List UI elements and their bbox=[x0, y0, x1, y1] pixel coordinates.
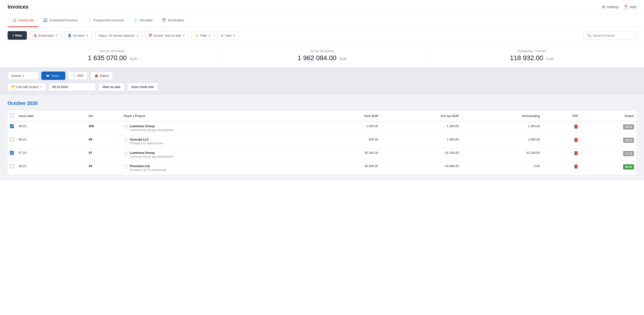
col-payer-project: Payer | Project bbox=[121, 111, 314, 121]
link-with-project-label: Link with project bbox=[16, 85, 38, 89]
help-icon: ❓ bbox=[623, 5, 628, 9]
invoice-type-select[interactable]: Invoice ▼ bbox=[8, 72, 38, 80]
toolbar: + New 🔖 Bookmarks ▼ 👤 All users ▼ Status… bbox=[0, 27, 644, 44]
pdf-download-icon[interactable]: 📕 bbox=[574, 138, 578, 142]
excl-tax-value: 1 635 070.00 EUR bbox=[8, 54, 217, 62]
row-pdf-icon-cell: 📕 bbox=[542, 148, 581, 161]
row-payer-project: 📄 Luminous Group Luminous Group app deve… bbox=[121, 148, 314, 161]
row-checkbox-0[interactable] bbox=[10, 124, 14, 128]
status-filter-button[interactable]: Status: All receipt statuses ▼ bbox=[95, 31, 142, 40]
tab-icon-reminders: ⏰ bbox=[162, 18, 166, 22]
help-label: Help bbox=[630, 5, 636, 9]
tab-label-invoice-list: Invoice list bbox=[18, 18, 34, 22]
excl-tax-currency: EUR bbox=[130, 57, 137, 61]
content-area: October 2020 Issue date No. Payer | Proj… bbox=[0, 95, 644, 180]
pdf-button[interactable]: 📄 PDF bbox=[68, 72, 88, 80]
row-checkbox-cell bbox=[8, 148, 16, 161]
payer-name: Luminous Group bbox=[130, 151, 173, 155]
table-row: 09.10 005 📄 Luminous Group Luminous Grou… bbox=[8, 121, 636, 135]
doc-icon: 📄 bbox=[124, 151, 128, 155]
issued-filter-button[interactable]: 📅 Issued: Year-to-date ▼ bbox=[145, 31, 188, 40]
tab-icon-scheduled: 🔄 bbox=[43, 18, 47, 22]
issued-arrow: ▼ bbox=[182, 34, 185, 37]
row-incl-tax-eur: 42 336.00 bbox=[381, 148, 461, 161]
pdf-icon: 📄 bbox=[72, 74, 76, 78]
app-header: Invoices ⚙ Settings ❓ Help bbox=[0, 0, 644, 14]
bookmarks-arrow: ▼ bbox=[55, 34, 58, 37]
issue-credit-note-button[interactable]: Issue credit note bbox=[127, 83, 158, 91]
row-outstanding: 0.00 bbox=[461, 161, 542, 175]
row-pdf-icon-cell: 📕 bbox=[542, 121, 581, 135]
tabs-bar: 📋 Invoice list 🔄 Scheduled invoices 📄 Pr… bbox=[0, 14, 644, 27]
payer-name: Concept LLC bbox=[130, 138, 163, 141]
search-icon: 🔍 bbox=[587, 34, 591, 37]
row-pdf-icon-cell: 📕 bbox=[542, 161, 581, 175]
tab-receipts[interactable]: 🧾 Receipts bbox=[129, 14, 157, 27]
date-input[interactable] bbox=[49, 83, 96, 91]
row-issue-date: 09.10 bbox=[16, 121, 86, 135]
view-button[interactable]: ⊞ View ▼ bbox=[217, 31, 239, 40]
tab-prepayment-invoices[interactable]: 📄 Prepayment invoices bbox=[83, 14, 129, 27]
tab-label-reminders: Reminders bbox=[168, 18, 184, 22]
incl-tax-summary: Incl tax 28 invoices 1 962 084.00 EUR bbox=[217, 50, 427, 62]
send-button[interactable]: 📨 Send... bbox=[41, 72, 65, 80]
search-box[interactable]: 🔍 bbox=[584, 31, 636, 40]
row-checkbox-cell bbox=[8, 121, 16, 135]
new-button[interactable]: + New bbox=[8, 31, 27, 40]
outstanding-currency: EUR bbox=[546, 57, 554, 61]
settings-button[interactable]: ⚙ Settings bbox=[602, 5, 619, 9]
incl-tax-currency: EUR bbox=[340, 57, 347, 61]
bookmark-icon: 🔖 bbox=[33, 34, 37, 37]
row-checkbox-2[interactable] bbox=[10, 151, 14, 155]
row-no: 97 bbox=[86, 148, 122, 161]
row-checkbox-3[interactable] bbox=[10, 164, 14, 168]
tab-label-prepayment: Prepayment invoices bbox=[93, 18, 124, 22]
all-users-arrow: ▼ bbox=[86, 34, 88, 37]
help-button[interactable]: ❓ Help bbox=[623, 5, 636, 9]
row-payer-project: 📄 Concept LLC Concept LLC web banners bbox=[121, 135, 314, 148]
filter-arrow: ▼ bbox=[208, 34, 211, 37]
tab-invoice-list[interactable]: 📋 Invoice list bbox=[8, 14, 38, 27]
row-outstanding: 1 080.00 bbox=[461, 135, 542, 148]
row-checkbox-1[interactable] bbox=[10, 138, 14, 141]
status-badge: 19.10 bbox=[623, 124, 634, 130]
tab-label-receipts: Receipts bbox=[140, 18, 152, 22]
row-status-cell: 06.10 bbox=[581, 161, 636, 175]
tab-scheduled-invoices[interactable]: 🔄 Scheduled invoices bbox=[38, 14, 83, 27]
gear-icon: ⚙ bbox=[602, 5, 605, 9]
bookmarks-button[interactable]: 🔖 Bookmarks ▼ bbox=[30, 31, 61, 40]
view-label: View bbox=[225, 34, 232, 37]
all-users-button[interactable]: 👤 All users ▼ bbox=[64, 31, 92, 40]
search-input[interactable] bbox=[593, 34, 633, 37]
action-row-2: 🗂️ Link with project ▼ Mark as paid Issu… bbox=[8, 83, 636, 91]
filter-button[interactable]: ⚡ Filter ▼ bbox=[192, 31, 214, 40]
row-pdf-icon-cell: 📕 bbox=[542, 135, 581, 148]
status-label: Status: All receipt statuses bbox=[98, 34, 135, 37]
doc-icon: 📄 bbox=[124, 165, 128, 169]
table-row: 08.10 99 📄 Concept LLC Concept LLC web b… bbox=[8, 135, 636, 148]
excl-tax-summary: Excl tax 28 invoices 1 635 070.00 EUR bbox=[8, 50, 217, 62]
export-button[interactable]: 📤 Export bbox=[90, 72, 113, 80]
incl-tax-label: Incl tax 28 invoices bbox=[218, 50, 427, 53]
pdf-download-icon[interactable]: 📕 bbox=[574, 125, 578, 129]
row-issue-date: 07.10 bbox=[16, 148, 86, 161]
payer-project: Luminous Group app development bbox=[130, 128, 173, 132]
row-sum-eur: 900.00 bbox=[314, 135, 380, 148]
pdf-download-icon[interactable]: 📕 bbox=[574, 151, 578, 155]
month-header: October 2020 bbox=[8, 101, 636, 106]
mark-as-paid-button[interactable]: Mark as paid bbox=[98, 83, 124, 91]
export-icon: 📤 bbox=[94, 74, 98, 78]
row-sum-eur: 36 580.00 bbox=[314, 161, 380, 175]
link-with-project-select[interactable]: 🗂️ Link with project ▼ bbox=[8, 83, 46, 91]
table-row: 07.10 97 📄 Luminous Group Luminous Group… bbox=[8, 148, 636, 161]
payer-name: Luminous Group bbox=[130, 124, 173, 128]
invoice-type-label: Invoice bbox=[11, 74, 21, 78]
select-all-checkbox[interactable] bbox=[10, 114, 14, 117]
tab-reminders[interactable]: ⏰ Reminders bbox=[157, 14, 189, 27]
tab-icon-invoice-list: 📋 bbox=[12, 18, 16, 22]
pdf-download-icon[interactable]: 📕 bbox=[574, 165, 578, 169]
doc-icon: 📄 bbox=[124, 138, 128, 142]
link-icon: 🗂️ bbox=[11, 85, 15, 89]
send-label: Send... bbox=[51, 74, 61, 78]
invoice-type-arrow: ▼ bbox=[22, 74, 25, 77]
